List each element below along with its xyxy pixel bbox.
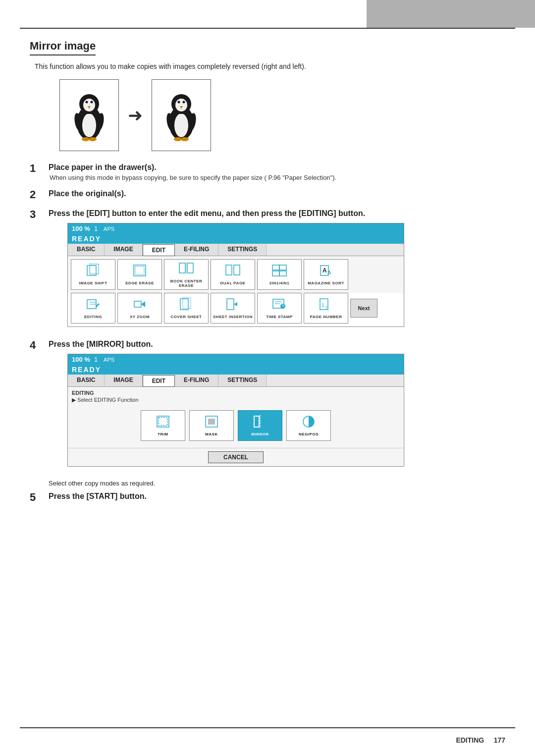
svg-rect-27 bbox=[187, 263, 193, 273]
step-4-number: 4 bbox=[30, 339, 49, 352]
penguin-mirror-svg bbox=[161, 88, 201, 143]
step-3-content: Press the [EDIT] button to enter the edi… bbox=[49, 209, 505, 332]
2in1-icon bbox=[271, 264, 287, 280]
btn-neg-pos-label: NEG/POS bbox=[299, 432, 319, 436]
page-number-icon: 12 bbox=[319, 297, 333, 314]
btn-book-center-label: BOOK CENTER ERASE bbox=[164, 279, 208, 288]
btn-mirror-label: MIRROR bbox=[251, 432, 268, 436]
sheet-insertion-icon bbox=[225, 297, 240, 314]
step-5-title: Press the [START] button. bbox=[49, 492, 505, 501]
svg-rect-26 bbox=[179, 263, 185, 273]
svg-rect-31 bbox=[272, 265, 279, 270]
btn-image-shift-label: IMAGE SHIFT bbox=[79, 281, 107, 285]
svg-rect-44 bbox=[227, 299, 234, 310]
arrow-icon: ➜ bbox=[128, 105, 143, 126]
tab-basic-1[interactable]: BASIC bbox=[68, 244, 105, 256]
btn-2in1[interactable]: 2IN1/4IN1 bbox=[257, 259, 302, 290]
btn-xy-zoom[interactable]: XY ZOOM bbox=[117, 293, 162, 324]
svg-point-9 bbox=[82, 137, 90, 141]
btn-cover-sheet-label: COVER SHEET bbox=[171, 315, 202, 319]
btn-edge-erase[interactable]: EDGE ERASE bbox=[117, 259, 162, 290]
btn-time-stamp[interactable]: TIME STAMP bbox=[257, 293, 302, 324]
ui-panel-1: 100 % 1 APS READY BASIC IMAGE EDIT E-FIL… bbox=[67, 223, 404, 327]
trim-icon bbox=[156, 415, 170, 431]
svg-point-5 bbox=[91, 101, 93, 103]
footer-page: 177 bbox=[494, 736, 505, 744]
svg-rect-41 bbox=[134, 301, 141, 307]
xy-zoom-icon bbox=[132, 297, 147, 314]
btn-sheet-insertion-label: SHEET INSERTION bbox=[213, 315, 253, 319]
btn-trim[interactable]: TRIM bbox=[141, 410, 185, 441]
svg-rect-33 bbox=[272, 271, 279, 276]
step-1-content: Place paper in the drawer(s). When using… bbox=[49, 163, 505, 181]
btn-image-shift[interactable]: IMAGE SHIFT bbox=[71, 259, 115, 290]
tab-efiling-1[interactable]: E-FILING bbox=[175, 244, 218, 256]
svg-rect-42 bbox=[180, 299, 188, 310]
step-1-title: Place paper in the drawer(s). bbox=[49, 163, 505, 172]
svg-rect-30 bbox=[234, 265, 240, 275]
btn-page-number[interactable]: 12 PAGE NUMBER bbox=[304, 293, 348, 324]
tab-efiling-2[interactable]: E-FILING bbox=[175, 375, 218, 386]
btn-magazine-sort-label: MAGAZINE SORT bbox=[308, 281, 344, 285]
tab-settings-1[interactable]: SETTINGS bbox=[218, 244, 267, 256]
svg-text:1: 1 bbox=[321, 303, 324, 308]
btn-neg-pos[interactable]: NEG/POS bbox=[286, 410, 331, 441]
svg-rect-25 bbox=[135, 267, 144, 274]
penguin-illustration: ➜ bbox=[59, 79, 505, 151]
ui-copies-2: 1 bbox=[94, 356, 98, 363]
btn-mirror[interactable]: MIRROR bbox=[238, 410, 282, 441]
btn-dual-page-label: DUAL PAGE bbox=[220, 281, 246, 285]
btn-edge-erase-label: EDGE ERASE bbox=[125, 281, 154, 285]
ui-top-bar-2: 100 % 1 APS bbox=[68, 354, 404, 364]
book-center-icon bbox=[178, 262, 194, 278]
tab-edit-2[interactable]: EDIT bbox=[143, 375, 175, 387]
btn-mask[interactable]: MASK bbox=[189, 410, 234, 441]
svg-rect-58 bbox=[254, 416, 259, 427]
svg-text:A: A bbox=[327, 270, 331, 275]
btn-editing[interactable]: EDITING bbox=[71, 293, 115, 324]
ui-ready-text-2: READY bbox=[72, 366, 101, 374]
ui-copies-1: 1 bbox=[94, 225, 98, 232]
footer: EDITING 177 bbox=[456, 736, 505, 744]
bottom-rule bbox=[20, 727, 515, 728]
svg-text:A: A bbox=[322, 267, 327, 274]
step-2-number: 2 bbox=[30, 188, 49, 201]
magazine-sort-icon: AA bbox=[319, 264, 333, 280]
btn-next[interactable]: Next bbox=[350, 299, 377, 318]
mask-icon bbox=[204, 415, 219, 431]
svg-text:2: 2 bbox=[325, 306, 327, 309]
step-5-content: Press the [START] button. bbox=[49, 492, 505, 503]
ui-tabs-1: BASIC IMAGE EDIT E-FILING SETTINGS bbox=[68, 244, 404, 256]
edge-erase-icon bbox=[132, 264, 147, 280]
tab-image-1[interactable]: IMAGE bbox=[105, 244, 142, 256]
svg-rect-57 bbox=[208, 419, 215, 425]
step-2: 2 Place the original(s). bbox=[30, 189, 505, 201]
btn-xy-zoom-label: XY ZOOM bbox=[130, 315, 150, 319]
btn-magazine-sort[interactable]: AA MAGAZINE SORT bbox=[304, 259, 348, 290]
btn-cancel[interactable]: CANCEL bbox=[208, 451, 264, 463]
ui-aps-2: APS bbox=[104, 357, 114, 363]
btn-dual-page[interactable]: DUAL PAGE bbox=[211, 259, 255, 290]
btn-page-number-label: PAGE NUMBER bbox=[310, 315, 342, 319]
ui-ready-text-1: READY bbox=[72, 235, 101, 243]
editing-buttons: TRIM MASK bbox=[72, 406, 400, 445]
btn-trim-label: TRIM bbox=[158, 432, 168, 436]
penguin-right bbox=[152, 79, 211, 151]
tab-image-2[interactable]: IMAGE bbox=[105, 375, 142, 386]
btn-book-center-erase[interactable]: BOOK CENTER ERASE bbox=[164, 259, 209, 290]
ui-button-grid-row1: IMAGE SHIFT EDGE ERASE BOOK bbox=[68, 256, 404, 293]
btn-cover-sheet[interactable]: COVER SHEET bbox=[164, 293, 209, 324]
step-4-title: Press the [MIRROR] button. bbox=[49, 340, 505, 349]
step-2-content: Place the original(s). bbox=[49, 189, 505, 200]
dual-page-icon bbox=[225, 264, 241, 280]
btn-time-stamp-label: TIME STAMP bbox=[266, 315, 293, 319]
tab-basic-2[interactable]: BASIC bbox=[68, 375, 105, 386]
btn-2in1-label: 2IN1/4IN1 bbox=[269, 281, 290, 285]
ui-button-grid-row2: EDITING XY ZOOM COVER SHEET bbox=[68, 293, 404, 326]
btn-sheet-insertion[interactable]: SHEET INSERTION bbox=[211, 293, 255, 324]
svg-rect-59 bbox=[254, 416, 259, 427]
svg-point-10 bbox=[89, 137, 97, 141]
tab-edit-1[interactable]: EDIT bbox=[143, 244, 175, 256]
tab-settings-2[interactable]: SETTINGS bbox=[218, 375, 267, 386]
svg-rect-32 bbox=[279, 265, 286, 270]
